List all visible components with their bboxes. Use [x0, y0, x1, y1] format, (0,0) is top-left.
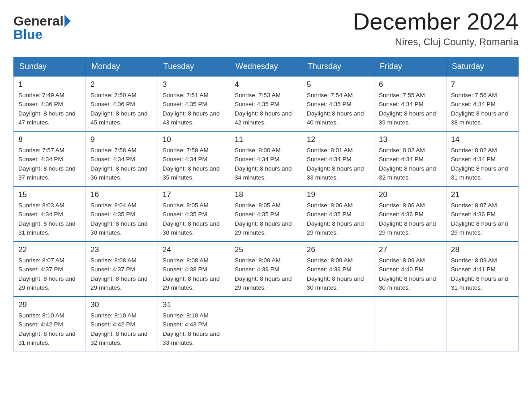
- calendar-day-cell: 25 Sunrise: 8:09 AMSunset: 4:39 PMDaylig…: [230, 241, 302, 296]
- day-number: 25: [235, 245, 297, 254]
- day-number: 17: [163, 190, 225, 199]
- day-info: Sunrise: 8:00 AMSunset: 4:34 PMDaylight:…: [235, 146, 297, 182]
- day-info: Sunrise: 8:07 AMSunset: 4:36 PMDaylight:…: [451, 201, 514, 237]
- calendar-day-cell: 8 Sunrise: 7:57 AMSunset: 4:34 PMDayligh…: [14, 131, 86, 186]
- logo-general-text: General: [13, 13, 64, 29]
- weekday-header-row: Sunday Monday Tuesday Wednesday Thursday…: [14, 57, 519, 77]
- day-info: Sunrise: 8:08 AMSunset: 4:38 PMDaylight:…: [163, 256, 225, 292]
- location: Nires, Cluj County, Romania: [353, 36, 519, 48]
- calendar-day-cell: 4 Sunrise: 7:53 AMSunset: 4:35 PMDayligh…: [230, 76, 302, 131]
- calendar-day-cell: 16 Sunrise: 8:04 AMSunset: 4:35 PMDaylig…: [86, 186, 158, 241]
- day-number: 8: [18, 135, 81, 144]
- header-tuesday: Tuesday: [158, 57, 230, 77]
- day-info: Sunrise: 7:53 AMSunset: 4:35 PMDaylight:…: [235, 91, 297, 127]
- calendar-day-cell: 6 Sunrise: 7:55 AMSunset: 4:34 PMDayligh…: [374, 76, 446, 131]
- header-monday: Monday: [86, 57, 158, 77]
- calendar-day-cell: 11 Sunrise: 8:00 AMSunset: 4:34 PMDaylig…: [230, 131, 302, 186]
- calendar-day-cell: [230, 296, 302, 351]
- page-header: General Blue December 2024 Nires, Cluj C…: [13, 9, 519, 48]
- day-info: Sunrise: 7:50 AMSunset: 4:36 PMDaylight:…: [90, 91, 153, 127]
- day-number: 22: [18, 245, 81, 254]
- calendar-day-cell: 14 Sunrise: 8:02 AMSunset: 4:34 PMDaylig…: [446, 131, 519, 186]
- calendar-day-cell: 17 Sunrise: 8:05 AMSunset: 4:35 PMDaylig…: [158, 186, 230, 241]
- calendar-day-cell: 21 Sunrise: 8:07 AMSunset: 4:36 PMDaylig…: [446, 186, 519, 241]
- calendar-day-cell: 2 Sunrise: 7:50 AMSunset: 4:36 PMDayligh…: [86, 76, 158, 131]
- day-number: 19: [307, 190, 369, 199]
- day-info: Sunrise: 8:07 AMSunset: 4:37 PMDaylight:…: [18, 256, 81, 292]
- calendar-week-row: 29 Sunrise: 8:10 AMSunset: 4:42 PMDaylig…: [14, 296, 519, 351]
- day-number: 7: [451, 80, 514, 89]
- calendar-day-cell: [446, 296, 519, 351]
- calendar-day-cell: 28 Sunrise: 8:09 AMSunset: 4:41 PMDaylig…: [446, 241, 519, 296]
- day-number: 12: [307, 135, 369, 144]
- day-number: 18: [235, 190, 297, 199]
- day-info: Sunrise: 8:09 AMSunset: 4:39 PMDaylight:…: [307, 256, 369, 292]
- day-info: Sunrise: 8:09 AMSunset: 4:40 PMDaylight:…: [379, 256, 442, 292]
- day-info: Sunrise: 8:05 AMSunset: 4:35 PMDaylight:…: [163, 201, 225, 237]
- day-number: 21: [451, 190, 514, 199]
- day-info: Sunrise: 7:55 AMSunset: 4:34 PMDaylight:…: [379, 91, 442, 127]
- header-wednesday: Wednesday: [230, 57, 302, 77]
- day-number: 2: [90, 80, 153, 89]
- calendar-day-cell: 18 Sunrise: 8:05 AMSunset: 4:35 PMDaylig…: [230, 186, 302, 241]
- day-number: 14: [451, 135, 514, 144]
- logo-blue-text: Blue: [13, 27, 43, 42]
- day-number: 24: [163, 245, 225, 254]
- day-number: 5: [307, 80, 369, 89]
- calendar-day-cell: 24 Sunrise: 8:08 AMSunset: 4:38 PMDaylig…: [158, 241, 230, 296]
- calendar-day-cell: 31 Sunrise: 8:10 AMSunset: 4:43 PMDaylig…: [158, 296, 230, 351]
- day-number: 13: [379, 135, 442, 144]
- day-info: Sunrise: 7:58 AMSunset: 4:34 PMDaylight:…: [90, 146, 153, 182]
- day-number: 29: [18, 300, 81, 309]
- day-number: 27: [379, 245, 442, 254]
- day-info: Sunrise: 8:09 AMSunset: 4:41 PMDaylight:…: [451, 256, 514, 292]
- day-info: Sunrise: 7:56 AMSunset: 4:34 PMDaylight:…: [451, 91, 514, 127]
- calendar-day-cell: 23 Sunrise: 8:08 AMSunset: 4:37 PMDaylig…: [86, 241, 158, 296]
- day-number: 26: [307, 245, 369, 254]
- day-number: 9: [90, 135, 153, 144]
- day-number: 15: [18, 190, 81, 199]
- day-number: 4: [235, 80, 297, 89]
- header-sunday: Sunday: [14, 57, 86, 77]
- calendar-day-cell: 19 Sunrise: 8:06 AMSunset: 4:35 PMDaylig…: [302, 186, 374, 241]
- calendar-week-row: 15 Sunrise: 8:03 AMSunset: 4:34 PMDaylig…: [14, 186, 519, 241]
- day-info: Sunrise: 7:49 AMSunset: 4:36 PMDaylight:…: [18, 91, 81, 127]
- calendar-day-cell: 20 Sunrise: 8:06 AMSunset: 4:36 PMDaylig…: [374, 186, 446, 241]
- day-info: Sunrise: 8:05 AMSunset: 4:35 PMDaylight:…: [235, 201, 297, 237]
- logo-line1: General: [13, 13, 71, 29]
- calendar-week-row: 22 Sunrise: 8:07 AMSunset: 4:37 PMDaylig…: [14, 241, 519, 296]
- day-info: Sunrise: 8:03 AMSunset: 4:34 PMDaylight:…: [18, 201, 81, 237]
- day-info: Sunrise: 8:06 AMSunset: 4:36 PMDaylight:…: [379, 201, 442, 237]
- calendar-day-cell: 9 Sunrise: 7:58 AMSunset: 4:34 PMDayligh…: [86, 131, 158, 186]
- logo: General Blue: [13, 13, 71, 42]
- title-area: December 2024 Nires, Cluj County, Romani…: [353, 9, 519, 48]
- calendar-table: Sunday Monday Tuesday Wednesday Thursday…: [13, 57, 519, 351]
- day-info: Sunrise: 7:51 AMSunset: 4:35 PMDaylight:…: [163, 91, 225, 127]
- calendar-day-cell: 5 Sunrise: 7:54 AMSunset: 4:35 PMDayligh…: [302, 76, 374, 131]
- logo-arrow-icon: [64, 15, 71, 27]
- calendar-day-cell: 3 Sunrise: 7:51 AMSunset: 4:35 PMDayligh…: [158, 76, 230, 131]
- day-info: Sunrise: 8:08 AMSunset: 4:37 PMDaylight:…: [90, 256, 153, 292]
- calendar-day-cell: 29 Sunrise: 8:10 AMSunset: 4:42 PMDaylig…: [14, 296, 86, 351]
- day-number: 11: [235, 135, 297, 144]
- day-number: 1: [18, 80, 81, 89]
- day-info: Sunrise: 7:59 AMSunset: 4:34 PMDaylight:…: [163, 146, 225, 182]
- day-number: 31: [163, 300, 225, 309]
- calendar-day-cell: 13 Sunrise: 8:02 AMSunset: 4:34 PMDaylig…: [374, 131, 446, 186]
- day-info: Sunrise: 7:54 AMSunset: 4:35 PMDaylight:…: [307, 91, 369, 127]
- day-number: 6: [379, 80, 442, 89]
- day-number: 3: [163, 80, 225, 89]
- header-friday: Friday: [374, 57, 446, 77]
- day-info: Sunrise: 8:10 AMSunset: 4:42 PMDaylight:…: [18, 311, 81, 347]
- calendar-week-row: 1 Sunrise: 7:49 AMSunset: 4:36 PMDayligh…: [14, 76, 519, 131]
- day-info: Sunrise: 8:09 AMSunset: 4:39 PMDaylight:…: [235, 256, 297, 292]
- calendar-day-cell: 1 Sunrise: 7:49 AMSunset: 4:36 PMDayligh…: [14, 76, 86, 131]
- calendar-day-cell: 10 Sunrise: 7:59 AMSunset: 4:34 PMDaylig…: [158, 131, 230, 186]
- calendar-day-cell: 30 Sunrise: 8:10 AMSunset: 4:42 PMDaylig…: [86, 296, 158, 351]
- day-info: Sunrise: 8:02 AMSunset: 4:34 PMDaylight:…: [379, 146, 442, 182]
- day-info: Sunrise: 8:04 AMSunset: 4:35 PMDaylight:…: [90, 201, 153, 237]
- day-info: Sunrise: 8:10 AMSunset: 4:43 PMDaylight:…: [163, 311, 225, 347]
- calendar-day-cell: 22 Sunrise: 8:07 AMSunset: 4:37 PMDaylig…: [14, 241, 86, 296]
- day-number: 10: [163, 135, 225, 144]
- day-number: 20: [379, 190, 442, 199]
